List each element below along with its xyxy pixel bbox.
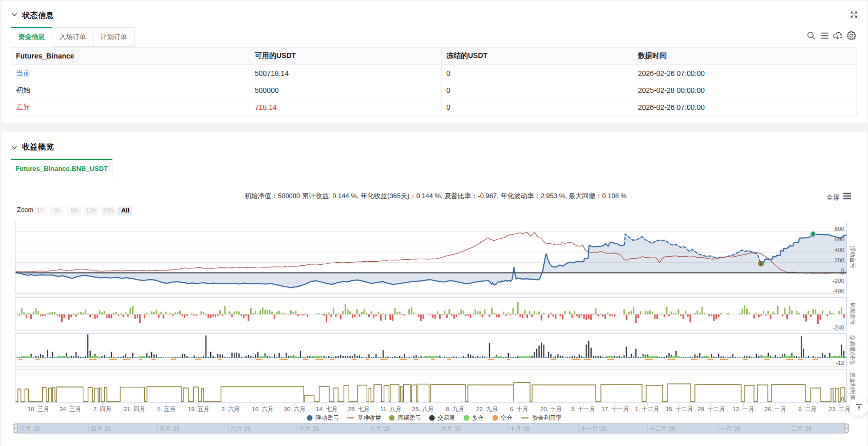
svg-text:十月 '25: 十月 '25 <box>510 425 530 432</box>
svg-text:12. 一月: 12. 一月 <box>732 406 754 412</box>
svg-text:20. 十月: 20. 十月 <box>540 406 562 412</box>
svg-text:五月 '25: 五月 '25 <box>159 425 179 432</box>
svg-text:22. 九月: 22. 九月 <box>476 406 498 412</box>
svg-text:600: 600 <box>835 236 844 242</box>
svg-text:空仓: 空仓 <box>501 415 513 421</box>
svg-text:24. 三月: 24. 三月 <box>60 406 81 412</box>
svg-text:二月 '26: 二月 '26 <box>791 425 812 432</box>
svg-text:26. 一月: 26. 一月 <box>765 406 786 412</box>
svg-text:15. 十二月: 15. 十二月 <box>666 406 693 412</box>
svg-text:交易量/持仓: 交易量/持仓 <box>850 335 856 365</box>
svg-text:30. 六月: 30. 六月 <box>284 406 306 412</box>
svg-text:28. 七月: 28. 七月 <box>348 406 370 412</box>
svg-text:-240: -240 <box>833 324 844 331</box>
svg-text:19. 五月: 19. 五月 <box>188 406 210 412</box>
svg-text:2. 六月: 2. 六月 <box>221 406 240 412</box>
svg-text:三月 '25: 三月 '25 <box>20 425 40 432</box>
svg-text:-200: -200 <box>833 278 844 284</box>
svg-text:23. 二月: 23. 二月 <box>829 406 851 412</box>
svg-text:-12: -12 <box>836 360 844 366</box>
svg-text:7. 四月: 7. 四月 <box>93 406 112 412</box>
svg-text:资金利用率: 资金利用率 <box>850 372 856 400</box>
svg-text:十二月 '25: 十二月 '25 <box>649 425 675 432</box>
svg-text:周期盈亏: 周期盈亏 <box>398 415 422 421</box>
svg-text:七月 '25: 七月 '25 <box>298 425 319 432</box>
svg-text:四月 '25: 四月 '25 <box>91 425 111 432</box>
svg-text:交易量: 交易量 <box>438 415 456 421</box>
svg-text:5. 五月: 5. 五月 <box>157 406 176 412</box>
svg-text:一月 '26: 一月 '26 <box>720 425 740 432</box>
svg-text:800: 800 <box>835 226 844 232</box>
svg-text:浮动盈亏: 浮动盈亏 <box>850 246 856 268</box>
svg-text:1. 十二月: 1. 十二月 <box>635 406 659 412</box>
svg-text:六月 '25: 六月 '25 <box>231 425 251 432</box>
svg-text:17. 十一月: 17. 十一月 <box>601 406 629 412</box>
svg-text:0: 0 <box>841 396 844 402</box>
svg-text:25. 八月: 25. 八月 <box>412 406 433 412</box>
svg-text:浮动盈亏: 浮动盈亏 <box>315 415 339 421</box>
svg-text:29. 十二月: 29. 十二月 <box>697 406 725 412</box>
svg-text:21. 四月: 21. 四月 <box>124 406 145 412</box>
svg-text:周期盈亏: 周期盈亏 <box>850 302 856 325</box>
svg-text:八月 '25: 八月 '25 <box>370 425 390 432</box>
svg-text:资金利用率: 资金利用率 <box>532 415 562 421</box>
svg-text:200: 200 <box>835 257 844 263</box>
svg-text:16. 六月: 16. 六月 <box>252 406 273 412</box>
svg-text:0: 0 <box>841 267 844 274</box>
svg-text:14. 七月: 14. 七月 <box>316 406 337 412</box>
svg-text:11. 八月: 11. 八月 <box>380 406 401 412</box>
svg-text:8. 九月: 8. 九月 <box>446 406 464 412</box>
svg-text:10. 三月: 10. 三月 <box>28 406 49 412</box>
svg-text:3. 十一月: 3. 十一月 <box>571 406 595 412</box>
svg-text:基准收益: 基准收益 <box>357 415 382 421</box>
svg-text:9. 二月: 9. 二月 <box>798 406 817 412</box>
svg-text:十一月 '25: 十一月 '25 <box>580 425 606 432</box>
svg-text:400: 400 <box>835 247 844 253</box>
svg-text:多仓: 多仓 <box>472 415 484 421</box>
svg-text:-400: -400 <box>833 288 844 294</box>
svg-text:6. 十月: 6. 十月 <box>510 406 529 412</box>
svg-text:九月 '25: 九月 '25 <box>441 425 461 432</box>
